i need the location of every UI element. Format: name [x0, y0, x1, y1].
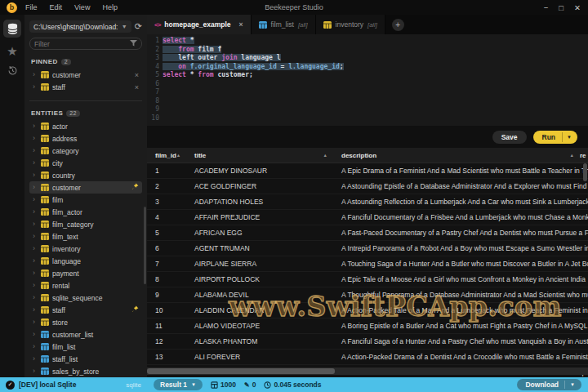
vertical-scrollbar-thumb[interactable]: [583, 163, 587, 181]
entity-item-staff_list[interactable]: ›staff_list: [29, 353, 142, 365]
entity-item-address[interactable]: ›address: [29, 132, 142, 145]
minimize-button[interactable]: −: [544, 3, 549, 12]
entity-item-rental[interactable]: ›rental: [29, 279, 142, 292]
chevron-right-icon[interactable]: ›: [33, 282, 38, 289]
entity-item-film_actor[interactable]: ›film_actor: [29, 206, 142, 218]
code-line[interactable]: from film f: [163, 46, 588, 55]
code-line[interactable]: [163, 105, 588, 114]
result-row[interactable]: 5AFRICAN EGGA Fast-Paced Documentary of …: [147, 225, 588, 241]
menu-edit[interactable]: Edit: [50, 3, 63, 11]
result-row[interactable]: 8AIRPORT POLLOCKA Epic Tale of a Moose A…: [147, 272, 588, 287]
sort-caret-icon[interactable]: ▲: [323, 153, 327, 158]
entity-item-sales_by_store[interactable]: ›sales_by_store: [29, 365, 142, 377]
column-header-description[interactable]: description▲: [333, 152, 580, 159]
chevron-right-icon[interactable]: ›: [33, 343, 38, 350]
result-row[interactable]: 13ALI FOREVERA Action-Packed Drama of a …: [147, 350, 588, 365]
entity-item-customer_list[interactable]: ›customer_list: [29, 328, 142, 341]
column-header-title[interactable]: title▲: [186, 152, 333, 159]
column-header-film-id[interactable]: film_id▲: [147, 152, 186, 159]
chevron-right-icon[interactable]: ›: [33, 172, 38, 179]
chevron-right-icon[interactable]: ›: [33, 83, 38, 91]
result-row[interactable]: 4AFFAIR PREJUDICEA Fanciful Documentary …: [147, 210, 588, 225]
chevron-right-icon[interactable]: ›: [33, 220, 38, 228]
result-row[interactable]: 3ADAPTATION HOLESA Astounding Reflection…: [147, 194, 588, 210]
chevron-right-icon[interactable]: ›: [33, 368, 38, 375]
entity-item-actor[interactable]: ›actor: [29, 120, 142, 132]
chevron-right-icon[interactable]: ›: [33, 147, 38, 154]
download-caret-icon[interactable]: ▼: [564, 381, 581, 389]
entity-item-staff[interactable]: ›staff: [29, 304, 142, 316]
pin-icon[interactable]: [131, 305, 139, 314]
pin-icon[interactable]: [131, 183, 139, 192]
pinned-item-customer[interactable]: ›customer×: [29, 69, 142, 81]
entity-item-film[interactable]: ›film: [29, 194, 142, 206]
menu-help[interactable]: Help: [102, 3, 118, 11]
entity-item-country[interactable]: ›country: [29, 169, 142, 181]
result-row[interactable]: 6AGENT TRUMANA Intrepid Panorama of a Ro…: [147, 241, 588, 256]
result-row[interactable]: 2ACE GOLDFINGERA Astounding Epistle of a…: [147, 179, 588, 194]
unpin-close-icon[interactable]: ×: [135, 71, 139, 79]
refresh-icon[interactable]: ⟳: [135, 22, 142, 31]
download-button[interactable]: Download ▼: [517, 379, 581, 390]
chevron-right-icon[interactable]: ›: [33, 245, 38, 252]
chevron-right-icon[interactable]: ›: [33, 71, 38, 78]
filter-input[interactable]: Filter: [29, 38, 142, 50]
sidebar-scrollbar[interactable]: [144, 207, 146, 284]
favorites-star-icon[interactable]: ★: [7, 45, 17, 57]
editor-code[interactable]: select * from film f left outer join lan…: [163, 37, 588, 126]
code-line[interactable]: select * from customer;: [163, 71, 588, 80]
vertical-scrollbar[interactable]: [583, 163, 587, 366]
code-line[interactable]: [163, 97, 588, 106]
code-line[interactable]: select *: [163, 37, 588, 46]
close-tab-icon[interactable]: ×: [239, 20, 243, 29]
unpin-close-icon[interactable]: ×: [135, 83, 139, 91]
database-icon[interactable]: [3, 20, 21, 38]
code-line[interactable]: on f.original_language_id = l.language_i…: [163, 63, 588, 72]
run-label[interactable]: Run: [533, 131, 563, 144]
sql-editor[interactable]: 12345678910 select * from film f left ou…: [147, 34, 588, 126]
result-row[interactable]: 1ACADEMY DINOSAURA Epic Drama of a Femin…: [147, 163, 588, 179]
code-line[interactable]: [163, 80, 588, 89]
chevron-right-icon[interactable]: ›: [33, 135, 38, 142]
run-dropdown-caret-icon[interactable]: ▼: [562, 132, 577, 142]
chevron-right-icon[interactable]: ›: [33, 208, 38, 216]
connection-select[interactable]: C:\Users\ghstng\Download: ▼: [29, 20, 131, 33]
sort-caret-icon[interactable]: ▲: [570, 153, 574, 158]
result-row[interactable]: 12ALASKA PHANTOMA Fanciful Saga of a Hun…: [147, 334, 588, 350]
code-line[interactable]: [163, 88, 588, 97]
code-line[interactable]: left outer join language l: [163, 54, 588, 63]
pinned-item-staff[interactable]: ›staff×: [29, 81, 142, 93]
history-icon[interactable]: [7, 65, 18, 79]
entity-item-sqlite_sequence[interactable]: ›sqlite_sequence: [29, 292, 142, 304]
chevron-right-icon[interactable]: ›: [33, 184, 38, 191]
result-row[interactable]: 7AIRPLANE SIERRAA Touching Saga of a Hun…: [147, 256, 588, 272]
chevron-right-icon[interactable]: ›: [33, 318, 38, 326]
entity-item-film_list[interactable]: ›film_list: [29, 341, 142, 353]
menu-view[interactable]: View: [74, 3, 90, 11]
chevron-right-icon[interactable]: ›: [33, 270, 38, 277]
entity-item-film_category[interactable]: ›film_category: [29, 218, 142, 230]
entity-item-film_text[interactable]: ›film_text: [29, 230, 142, 243]
result-selector[interactable]: Result 1 ▼: [154, 379, 203, 390]
tab-homepage_example[interactable]: <>homepage_example×: [147, 15, 252, 34]
entity-item-customer[interactable]: ›customer: [29, 181, 142, 194]
entity-item-inventory[interactable]: ›inventory: [29, 243, 142, 255]
chevron-right-icon[interactable]: ›: [33, 294, 38, 301]
chevron-right-icon[interactable]: ›: [33, 196, 38, 203]
horizontal-scrollbar[interactable]: [147, 368, 588, 375]
chevron-right-icon[interactable]: ›: [33, 233, 38, 240]
close-button[interactable]: ✕: [574, 3, 581, 12]
code-line[interactable]: [163, 114, 588, 123]
chevron-right-icon[interactable]: ›: [33, 122, 38, 130]
download-label[interactable]: Download: [517, 379, 564, 390]
run-button[interactable]: Run ▼: [533, 131, 577, 144]
entity-item-store[interactable]: ›store: [29, 316, 142, 328]
tab-film_list[interactable]: film_list[all]: [252, 15, 316, 34]
entity-item-payment[interactable]: ›payment: [29, 267, 142, 279]
entity-item-category[interactable]: ›category: [29, 145, 142, 157]
menu-file[interactable]: File: [25, 3, 38, 11]
chevron-right-icon[interactable]: ›: [33, 257, 38, 265]
save-button[interactable]: Save: [492, 131, 527, 144]
chevron-right-icon[interactable]: ›: [33, 355, 38, 363]
entity-item-city[interactable]: ›city: [29, 157, 142, 169]
